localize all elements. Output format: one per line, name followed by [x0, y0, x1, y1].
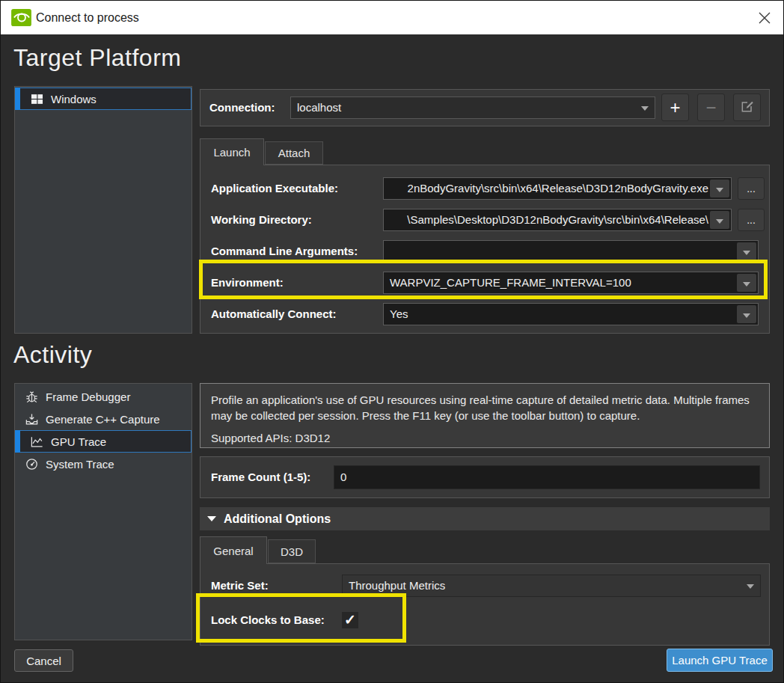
environment-value: WARPVIZ_CAPTURE_FRAME_INTERVAL=100	[390, 272, 631, 293]
options-panel: Metric Set: Throughput Metrics Lock Cloc…	[200, 563, 770, 646]
supported-apis: Supported APIs: D3D12	[211, 430, 759, 446]
frame-count-label: Frame Count (1-5):	[211, 457, 310, 497]
chevron-down-icon	[641, 106, 649, 111]
close-icon[interactable]	[756, 10, 773, 26]
automatically-connect-value: Yes	[390, 304, 408, 325]
additional-options-label: Additional Options	[224, 512, 331, 526]
chevron-down-icon	[743, 282, 750, 287]
gauge-icon	[25, 457, 39, 471]
add-connection-button[interactable]: +	[661, 94, 689, 121]
platform-item-windows[interactable]: Windows	[15, 88, 192, 110]
additional-options-header[interactable]: Additional Options	[200, 507, 770, 530]
command-line-arguments-label: Command Line Arguments:	[211, 240, 358, 263]
target-platform-heading: Target Platform	[13, 44, 181, 72]
tab-attach-label: Attach	[278, 147, 310, 159]
activity-description: Profile an application's use of GPU reso…	[211, 392, 759, 423]
edit-pencil-icon	[740, 97, 755, 118]
tab-general[interactable]: General	[200, 536, 267, 564]
collapse-triangle-icon	[207, 516, 216, 521]
lock-clocks-checkbox[interactable]: ✓	[342, 612, 358, 628]
environment-select[interactable]: WARPVIZ_CAPTURE_FRAME_INTERVAL=100	[383, 272, 759, 294]
automatically-connect-row: Automatically Connect: Yes	[200, 303, 769, 325]
launch-gpu-trace-button[interactable]: Launch GPU Trace	[667, 649, 773, 672]
application-executable-value: 2nBodyGravity\src\bin\x64\Release\D3D12n…	[408, 178, 708, 199]
activity-heading: Activity	[13, 341, 92, 369]
edit-connection-button[interactable]	[733, 94, 761, 121]
connection-label: Connection:	[209, 90, 275, 126]
application-executable-row: Application Executable: 2nBodyGravity\sr…	[200, 177, 769, 200]
activity-item-label: System Trace	[46, 458, 114, 471]
platform-list: Windows	[14, 86, 192, 334]
browse-executable-button[interactable]: ...	[738, 177, 765, 200]
activity-item-generate-cpp-capture[interactable]: Generate C++ Capture	[15, 408, 192, 430]
tab-general-label: General	[213, 545, 253, 557]
cancel-button[interactable]: Cancel	[14, 649, 73, 672]
activity-description-panel: Profile an application's use of GPU reso…	[200, 383, 770, 448]
application-executable-label: Application Executable:	[211, 177, 338, 200]
connection-value: localhost	[297, 97, 341, 118]
metric-set-row: Metric Set: Throughput Metrics	[200, 575, 769, 597]
connection-panel: Connection: localhost + −	[200, 89, 770, 126]
tab-d3d-label: D3D	[281, 545, 303, 558]
frame-count-input[interactable]: 0	[334, 465, 760, 489]
windows-logo-icon	[30, 92, 44, 106]
activity-item-frame-debugger[interactable]: Frame Debugger	[15, 385, 192, 408]
title-bar: Connect to process	[1, 1, 783, 34]
activity-item-system-trace[interactable]: System Trace	[15, 453, 192, 475]
capture-icon	[25, 412, 39, 426]
tab-launch[interactable]: Launch	[200, 138, 264, 165]
application-executable-select[interactable]: 2nBodyGravity\src\bin\x64\Release\D3D12n…	[383, 177, 732, 200]
metric-set-select[interactable]: Throughput Metrics	[342, 575, 761, 597]
lock-clocks-row: Lock Clocks to Base: ✓	[200, 609, 769, 631]
frame-count-panel: Frame Count (1-5): 0	[200, 456, 770, 498]
activity-item-gpu-trace[interactable]: GPU Trace	[15, 430, 192, 453]
tab-attach[interactable]: Attach	[265, 141, 323, 165]
activity-item-label: Frame Debugger	[46, 390, 130, 403]
chevron-down-icon	[743, 313, 750, 318]
bug-icon	[25, 390, 39, 404]
chart-icon	[30, 435, 44, 449]
tab-launch-label: Launch	[213, 146, 250, 159]
environment-row: Environment: WARPVIZ_CAPTURE_FRAME_INTER…	[200, 272, 769, 294]
chevron-down-icon	[747, 584, 754, 589]
working-directory-label: Working Directory:	[211, 209, 312, 231]
connection-select[interactable]: localhost	[290, 97, 655, 119]
launch-form-panel: Application Executable: 2nBodyGravity\sr…	[200, 165, 770, 334]
tab-d3d[interactable]: D3D	[268, 539, 316, 563]
frame-count-value: 0	[340, 471, 346, 483]
remove-connection-button[interactable]: −	[697, 94, 725, 121]
activity-item-label: Generate C++ Capture	[46, 413, 160, 426]
activity-list: Frame Debugger Generate C++ Capture GPU …	[14, 383, 192, 640]
activity-item-label: GPU Trace	[51, 435, 106, 448]
working-directory-value: \Samples\Desktop\D3D12nBodyGravity\src\b…	[407, 209, 708, 230]
chevron-down-icon	[716, 219, 723, 224]
browse-working-directory-button[interactable]: ...	[738, 209, 765, 231]
metric-set-value: Throughput Metrics	[349, 575, 445, 596]
window-title: Connect to process	[36, 1, 139, 34]
working-directory-row: Working Directory: \Samples\Desktop\D3D1…	[200, 209, 769, 231]
chevron-down-icon	[743, 251, 750, 255]
chevron-down-icon	[716, 188, 723, 192]
metric-set-label: Metric Set:	[211, 575, 269, 597]
automatically-connect-label: Automatically Connect:	[211, 303, 337, 325]
working-directory-select[interactable]: \Samples\Desktop\D3D12nBodyGravity\src\b…	[383, 209, 732, 231]
connect-to-process-dialog: Connect to process Target Platform Windo…	[0, 0, 784, 683]
nvidia-logo-icon	[11, 9, 31, 26]
automatically-connect-select[interactable]: Yes	[383, 303, 759, 325]
environment-label: Environment:	[211, 272, 284, 294]
lock-clocks-label: Lock Clocks to Base:	[211, 609, 325, 631]
command-line-arguments-row: Command Line Arguments:	[200, 240, 769, 263]
command-line-arguments-select[interactable]	[383, 240, 759, 263]
check-icon: ✓	[344, 612, 356, 628]
platform-item-label: Windows	[51, 93, 97, 105]
